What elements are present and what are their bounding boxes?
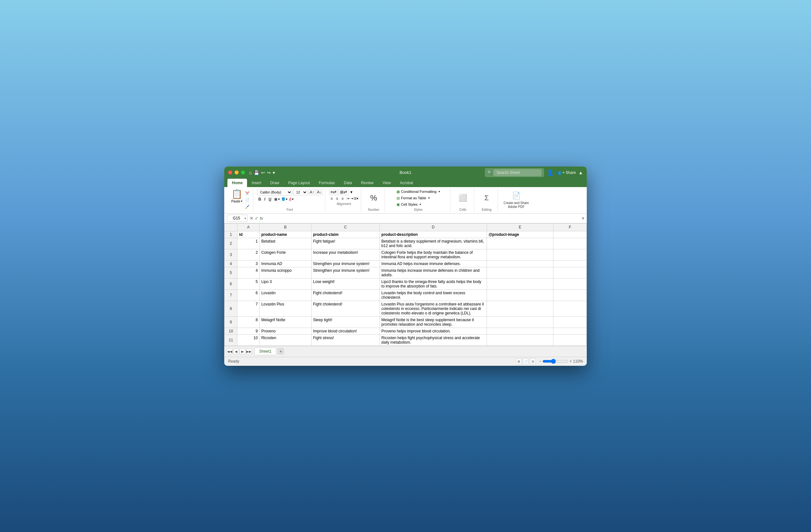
cell-styles-button[interactable]: ▣ Cell Styles ▾ (395, 202, 441, 207)
cell-r1c2[interactable]: product-name (260, 231, 311, 238)
cell-r11c4[interactable]: Ricosten helps fight psychophysical stre… (380, 334, 487, 346)
col-header-a[interactable]: A (238, 223, 260, 231)
cell-r4c4[interactable]: Immunia AD helps increase immune defense… (380, 260, 487, 267)
cell-r6c5[interactable] (487, 278, 553, 289)
cell-r10c4[interactable]: Proveno helps improve blood circulation. (380, 328, 487, 334)
font-color-button[interactable]: A ▾ (289, 197, 293, 201)
cut-button[interactable]: ✂️ (245, 191, 249, 195)
cell-r2c5[interactable] (487, 238, 553, 249)
cell-r7c5[interactable] (487, 289, 553, 301)
page-break-view-button[interactable]: ⊟ (530, 359, 536, 364)
cell-r9c5[interactable] (487, 316, 553, 328)
copy-button[interactable]: 📄 (245, 198, 249, 202)
row-header-2[interactable]: 2 (225, 238, 238, 249)
cell-r8c4[interactable]: Lovastin Plus aiuta l'organismo a contro… (380, 301, 487, 316)
close-button[interactable] (228, 170, 232, 174)
cell-r10c2[interactable]: Proveno (260, 328, 311, 334)
decrease-indent-button[interactable]: ⇤ (346, 197, 350, 200)
corner-cell[interactable] (225, 223, 238, 231)
cell-r1c3[interactable]: product-claim (311, 231, 380, 238)
sheet-tab-sheet1[interactable]: Sheet1 (255, 348, 276, 355)
row-header-4[interactable]: 4 (225, 260, 238, 267)
page-layout-view-button[interactable]: 📄 (523, 359, 529, 364)
cell-r8c2[interactable]: Lovastin Plus (260, 301, 311, 316)
cell-r3c4[interactable]: Cologen Forte helps the body maintain th… (380, 249, 487, 260)
cell-r3c1[interactable]: 2 (238, 249, 260, 260)
font-family-select[interactable]: Calibri (Body) (257, 189, 292, 195)
more-icon[interactable]: ▾ (273, 170, 275, 175)
cancel-formula-button[interactable]: ✕ (249, 216, 254, 221)
cell-r5c1[interactable]: 4 (238, 267, 260, 278)
row-header-11[interactable]: 11 (225, 334, 238, 346)
cell-r7c6[interactable] (553, 289, 587, 301)
cell-r6c1[interactable]: 5 (238, 278, 260, 289)
cell-r1c6[interactable] (553, 231, 587, 238)
increase-indent-button[interactable]: ⇥ (351, 197, 353, 200)
home-icon[interactable]: ⌂ (249, 170, 252, 175)
redo-icon[interactable]: ↪ (267, 170, 271, 175)
clear-format-button[interactable]: ☰▾ (354, 197, 358, 200)
zoom-out-button[interactable]: − (539, 359, 541, 364)
tab-draw[interactable]: Draw (266, 179, 284, 187)
cell-ref-dropdown[interactable]: ▾ (244, 217, 246, 220)
cell-styles-dropdown[interactable]: ▾ (419, 203, 421, 206)
row-header-5[interactable]: 5 (225, 267, 238, 278)
cell-r10c1[interactable]: 9 (238, 328, 260, 334)
insert-function-button[interactable]: fx (260, 216, 263, 221)
confirm-formula-button[interactable]: ✓ (255, 216, 259, 221)
cell-r3c3[interactable]: Increase your metabolism! (311, 249, 380, 260)
zoom-in-button[interactable]: + (569, 359, 572, 364)
cell-r9c1[interactable]: 8 (238, 316, 260, 328)
cell-r8c6[interactable] (553, 301, 587, 316)
cell-r4c5[interactable] (487, 260, 553, 267)
cell-r5c4[interactable]: Immunia helps increase immune defenses i… (380, 267, 487, 278)
cell-r8c3[interactable]: Fight cholesterol! (311, 301, 380, 316)
format-painter-button[interactable]: 🖌️ (245, 205, 249, 209)
underline-button[interactable]: U (267, 196, 273, 202)
decrease-font-size-button[interactable]: A↓ (316, 189, 322, 195)
cell-r4c3[interactable]: Strengthen your immune system! (311, 260, 380, 267)
cell-r2c6[interactable] (553, 238, 587, 249)
cell-r1c1[interactable]: id (238, 231, 260, 238)
cell-r9c6[interactable] (553, 316, 587, 328)
cell-r10c3[interactable]: Improve blood circulation! (311, 328, 380, 334)
sheet-nav-first[interactable]: ◀◀ (227, 348, 233, 354)
merge-center-button[interactable]: ⊞⇄ (339, 189, 348, 195)
cell-r9c4[interactable]: Melagrif Notte is the best sleep supplem… (380, 316, 487, 328)
tab-home[interactable]: Home (227, 179, 247, 187)
cell-r6c4[interactable]: Lipo3 thanks to the omega-three fatty ac… (380, 278, 487, 289)
save-icon[interactable]: 💾 (254, 170, 259, 175)
cell-r4c2[interactable]: Immunia AD (260, 260, 311, 267)
cell-r7c4[interactable]: Lovastin helps the body control and lowe… (380, 289, 487, 301)
cell-r4c1[interactable]: 3 (238, 260, 260, 267)
row-header-10[interactable]: 10 (225, 328, 238, 334)
indent-button[interactable]: ▾ (349, 189, 353, 195)
formula-input[interactable] (265, 215, 580, 222)
row-header-1[interactable]: 1 (225, 231, 238, 238)
cell-r2c2[interactable]: Betafast (260, 238, 311, 249)
cell-r6c6[interactable] (553, 278, 587, 289)
paste-dropdown-icon[interactable]: ▾ (241, 200, 243, 203)
row-header-3[interactable]: 3 (225, 249, 238, 260)
cell-r8c5[interactable] (487, 301, 553, 316)
col-header-c[interactable]: C (311, 223, 380, 231)
tab-page-layout[interactable]: Page Layout (284, 179, 314, 187)
bold-button[interactable]: B (257, 196, 262, 202)
increase-font-size-button[interactable]: A↑ (309, 189, 315, 195)
cell-r6c2[interactable]: Lipo 3 (260, 278, 311, 289)
row-header-7[interactable]: 7 (225, 289, 238, 301)
zoom-slider[interactable] (542, 359, 568, 364)
sheet-nav-prev[interactable]: ◀ (233, 348, 239, 354)
cell-r11c1[interactable]: 10 (238, 334, 260, 346)
cell-r3c5[interactable] (487, 249, 553, 260)
italic-button[interactable]: I (263, 196, 266, 202)
cell-r6c3[interactable]: Lose weight! (311, 278, 380, 289)
sheet-nav-last[interactable]: ▶▶ (246, 348, 252, 354)
tab-view[interactable]: View (378, 179, 396, 187)
wrap-text-button[interactable]: ≡⇄ (329, 189, 338, 195)
search-container[interactable]: 🔍 (485, 168, 544, 177)
search-input[interactable] (493, 169, 541, 176)
add-sheet-button[interactable]: + (277, 348, 284, 354)
tab-acrobat[interactable]: Acrobat (395, 179, 417, 187)
col-header-b[interactable]: B (260, 223, 311, 231)
